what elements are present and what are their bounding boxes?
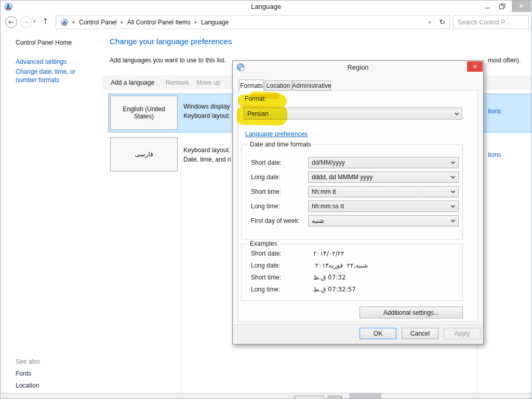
row-detail-line: Keyboard layout:	[183, 112, 230, 119]
region-dialog-titlebar: Region	[233, 61, 483, 74]
search-input[interactable]	[454, 19, 532, 26]
intro-text: Add languages you want to use to this li…	[110, 57, 226, 64]
short-date-dropdown[interactable]: dd/MM/yyyy	[308, 157, 459, 168]
window-title: Language	[1, 3, 531, 10]
restore-icon	[499, 4, 505, 9]
add-a-language-button[interactable]: Add a language	[111, 79, 154, 86]
first-day-value: شنبه	[312, 217, 324, 224]
recent-pages-dropdown[interactable]: ▾	[33, 19, 36, 24]
chevron-down-icon	[451, 160, 455, 164]
options-link-fragment[interactable]: tions	[488, 108, 501, 115]
background-window-fragment	[295, 396, 324, 399]
datetime-formats-group: Date and time formats Short date: dd/MM/…	[241, 144, 463, 240]
row-detail-line: Windows display	[183, 103, 230, 110]
short-date-value: dd/MM/yyyy	[312, 159, 345, 166]
region-dialog: Region ✕ Formats Location Administrative…	[232, 60, 484, 344]
intro-text-fragment: most often).	[488, 57, 521, 64]
example-long-date-label: Long date:	[251, 262, 281, 269]
first-day-dropdown[interactable]: شنبه	[308, 215, 459, 227]
address-dropdown-icon[interactable]: ▾	[428, 20, 431, 25]
row-detail-line: Date, time, and n	[183, 156, 231, 163]
move-up-button[interactable]: Move up	[196, 79, 220, 86]
examples-group: Examples Short date: ۲۰۱۴/۰۲/۲۲ Long dat…	[241, 244, 463, 301]
example-long-time-value: 07:32:57 ق.ظ	[313, 286, 356, 293]
tab-administrative[interactable]: Administrative	[292, 81, 331, 90]
examples-group-label: Examples	[248, 240, 280, 247]
language-tile-farsi[interactable]: فارسی	[110, 137, 178, 171]
background-window-fragment	[328, 396, 342, 399]
sidebar-item-advanced-settings[interactable]: Advanced settings	[16, 58, 66, 65]
forward-button[interactable]: →	[20, 16, 32, 28]
long-time-label: Long time:	[251, 203, 280, 210]
breadcrumb-page-icon: A	[61, 18, 68, 25]
region-close-button[interactable]: ✕	[467, 61, 483, 72]
breadcrumb-language[interactable]: Language	[201, 19, 229, 26]
search-box[interactable]	[453, 15, 529, 29]
chevron-down-icon	[455, 111, 459, 115]
restore-button[interactable]	[495, 1, 510, 12]
example-long-date-value: شنبه,‎ ۲۲‎ فوریه‎ ۲۰۱۴	[313, 262, 368, 269]
remove-button[interactable]: Remove	[166, 79, 189, 86]
example-short-date-value: ۲۰۱۴/۰۲/۲۲	[313, 250, 344, 257]
example-short-date-label: Short date:	[251, 250, 282, 257]
short-time-dropdown[interactable]: hh:mm tt	[308, 186, 459, 197]
see-also-heading: See also	[16, 358, 40, 365]
minimize-button[interactable]	[480, 1, 495, 12]
region-dialog-title: Region	[233, 61, 483, 71]
additional-settings-button[interactable]: Additional settings...	[360, 307, 463, 318]
breadcrumb-all-items[interactable]: All Control Panel Items	[127, 19, 191, 26]
chevron-down-icon	[451, 189, 455, 193]
window-titlebar: A Language ✕	[1, 1, 531, 13]
page-title: Change your language preferences	[110, 37, 232, 46]
list-column-divider	[181, 90, 181, 393]
breadcrumb-control-panel[interactable]: Control Panel	[79, 19, 117, 26]
sidebar-item-fonts[interactable]: Fonts	[16, 370, 31, 377]
close-button[interactable]: ✕	[512, 1, 531, 12]
tab-location[interactable]: Location	[264, 81, 292, 90]
breadcrumb-arrow-icon: ▸	[121, 20, 123, 24]
short-time-value: hh:mm tt	[312, 188, 336, 195]
long-date-dropdown[interactable]: dddd, dd MMMM yyyy	[308, 171, 459, 183]
language-preferences-link[interactable]: Language preferences	[245, 130, 308, 138]
ok-button[interactable]: OK	[360, 328, 396, 339]
up-button[interactable]: ↑	[42, 17, 49, 26]
datetime-formats-group-label: Date and time formats	[248, 141, 313, 148]
apply-button[interactable]: Apply	[444, 328, 481, 339]
long-time-value: hh:mm:ss tt	[312, 203, 344, 210]
sidebar-item-change-formats[interactable]: Change date, time, or number formats	[16, 68, 95, 84]
long-date-value: dddd, dd MMMM yyyy	[312, 174, 373, 181]
breadcrumb-arrow-icon: ▸	[73, 20, 75, 24]
sidebar-item-control-panel-home[interactable]: Control Panel Home	[16, 39, 72, 46]
language-window: A Language ✕ ← → ▾ ↑ A ▸ Control Panel ▸…	[0, 0, 532, 399]
long-date-label: Long date:	[251, 174, 281, 181]
sidebar: Control Panel Home Advanced settings Cha…	[1, 31, 102, 399]
chevron-down-icon	[451, 175, 455, 179]
row-detail-line: Keyboard layout:	[183, 147, 230, 154]
example-short-time-value: 07:32 ق.ظ	[313, 274, 346, 281]
address-bar[interactable]: A ▸ Control Panel ▸ All Control Panel It…	[56, 15, 450, 29]
example-long-time-label: Long time:	[251, 286, 280, 293]
chevron-down-icon	[451, 218, 455, 222]
highlight-annotation-persian-value	[237, 105, 288, 126]
back-button[interactable]: ←	[5, 16, 17, 28]
short-time-label: Short time:	[251, 188, 281, 195]
language-tile-english[interactable]: English (United States)	[110, 96, 178, 130]
chevron-down-icon	[451, 204, 455, 208]
cancel-button[interactable]: Cancel	[402, 328, 438, 339]
sidebar-item-location[interactable]: Location	[16, 382, 39, 389]
region-dialog-icon	[237, 63, 244, 71]
refresh-icon[interactable]: ↻	[439, 18, 445, 26]
highlight-annotation-stroke	[250, 91, 280, 99]
long-time-dropdown[interactable]: hh:mm:ss tt	[308, 201, 459, 212]
first-day-label: First day of week:	[251, 217, 300, 224]
address-divider	[434, 17, 434, 27]
tab-formats[interactable]: Formats	[239, 79, 264, 91]
options-link-fragment[interactable]: tions	[488, 151, 501, 158]
window-bottom-strip	[1, 393, 531, 399]
example-short-time-label: Short time:	[251, 274, 281, 281]
breadcrumb-arrow-icon: ▸	[195, 20, 197, 24]
short-date-label: Short date:	[251, 159, 282, 166]
navigation-bar: ← → ▾ ↑ A ▸ Control Panel ▸ All Control …	[1, 13, 532, 31]
background-window-fragment	[349, 393, 381, 399]
